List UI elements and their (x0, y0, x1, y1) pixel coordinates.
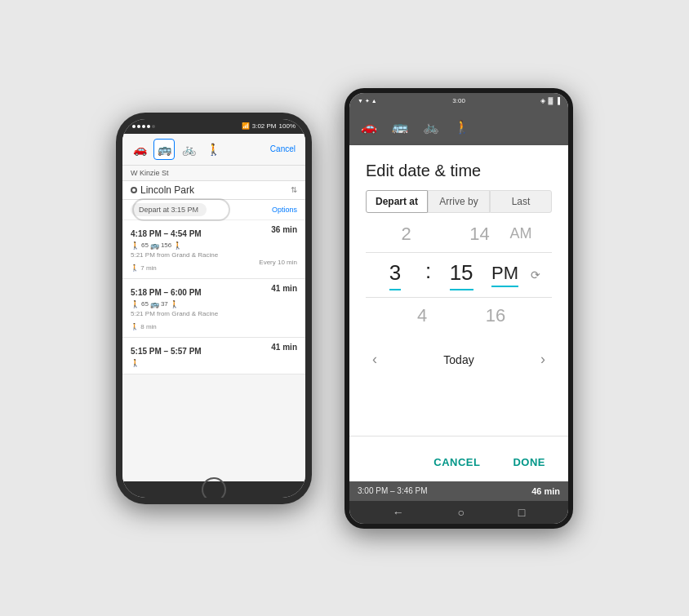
ios-origin-row: W Kinzie St (122, 166, 305, 181)
minute-below: 16 (486, 304, 505, 328)
minute-active[interactable]: 15 (450, 259, 473, 290)
ios-cancel-button[interactable]: Cancel (267, 143, 299, 155)
date-prev-button[interactable]: ‹ (366, 348, 384, 371)
time-picker-bottom-line (366, 297, 552, 298)
android-modal: Edit date & time Depart at Arrive by Las… (349, 145, 568, 481)
ios-result-item[interactable]: 5:15 PM – 5:57 PM 41 min 🚶 (122, 338, 305, 374)
ios-result-time-3: 5:15 PM – 5:57 PM (131, 347, 202, 356)
ios-result-duration-1: 36 min (271, 225, 297, 234)
ios-notch: 📶 3:02 PM 100% (122, 119, 305, 134)
modal-tab-group: Depart at Arrive by Last (349, 190, 568, 223)
ios-result-sub-1: 5:21 PM from Grand & Racine (131, 251, 297, 259)
date-nav: ‹ Today › (366, 341, 552, 378)
android-recents-button[interactable]: □ (518, 506, 525, 519)
minute-above: 14 (469, 223, 489, 246)
ios-result-item[interactable]: 5:18 PM – 6:00 PM 41 min 🚶 65 🚌 37 🚶 5:2… (122, 279, 305, 338)
ios-time: 3:02 PM (252, 122, 277, 130)
modal-tab-arrive[interactable]: Arrive by (428, 190, 490, 213)
modal-cancel-button[interactable]: Cancel (420, 450, 493, 475)
android-tab-walk[interactable]: 🚶 (449, 114, 475, 140)
modal-tab-depart[interactable]: Depart at (366, 190, 428, 213)
ios-origin-text: W Kinzie St (131, 169, 169, 177)
ios-home-indicator (122, 481, 305, 498)
android-home-button[interactable]: ○ (458, 506, 465, 519)
ios-result-walk-1: 🚶 7 min (131, 264, 157, 272)
scene: 📶 3:02 PM 100% 🚗 🚌 🚲 🚶 Cancel W Kinzie S… (0, 0, 689, 616)
android-tab-bike[interactable]: 🚲 (418, 114, 444, 140)
android-status-bar: ▼ ✦ ▲ 3:00 ◈ ▓ ▐ (349, 93, 568, 109)
android-phone: ▼ ✦ ▲ 3:00 ◈ ▓ ▐ 🚗 🚌 🚲 🚶 Edit date & tim… (344, 88, 573, 529)
ios-dest-row: Lincoln Park ⇅ (122, 181, 305, 200)
time-picker: 2 14 AM 3 (349, 223, 568, 429)
time-picker-row-below: 4 16 (366, 304, 552, 328)
ios-nav: 🚗 🚌 🚲 🚶 Cancel (122, 134, 305, 166)
ios-result-icons-3: 🚶 (131, 359, 297, 367)
android-duration: 46 min (531, 486, 560, 496)
ios-result-sub-2: 5:21 PM from Grand & Racine (131, 310, 297, 317)
ios-tab-bike[interactable]: 🚲 (178, 139, 199, 160)
hour-below: 4 (417, 304, 427, 328)
ios-depart-label: Depart at 3:15 PM (139, 206, 198, 214)
ios-dest-text: Lincoln Park (140, 184, 194, 196)
ios-swap-icon[interactable]: ⇅ (291, 185, 297, 194)
modal-done-button[interactable]: Done (500, 450, 558, 475)
android-time: 3:00 (452, 97, 465, 104)
time-picker-top-line (366, 252, 552, 253)
android-status-icons-left: ▼ ✦ ▲ (358, 98, 377, 104)
ios-phone: 📶 3:02 PM 100% 🚗 🚌 🚲 🚶 Cancel W Kinzie S… (116, 113, 312, 504)
android-time-range: 3:00 PM – 3:46 PM (358, 486, 428, 495)
date-next-button[interactable]: › (534, 348, 552, 371)
android-status-icons-right: ◈ ▓ ▐ (540, 97, 560, 104)
ampm-above: AM (510, 225, 532, 242)
ios-dest-circle (131, 187, 137, 193)
ios-result-time-1: 4:18 PM – 4:54 PM (131, 229, 202, 238)
android-mode-nav: 🚗 🚌 🚲 🚶 (349, 109, 568, 145)
android-tab-transit[interactable]: 🚌 (387, 114, 413, 140)
ios-tab-walk[interactable]: 🚶 (202, 139, 224, 160)
ios-battery: 100% (279, 122, 296, 130)
hour-active[interactable]: 3 (389, 259, 401, 290)
date-label: Today (443, 353, 473, 366)
time-separator: : (425, 259, 431, 284)
ios-tab-transit[interactable]: 🚌 (153, 139, 175, 160)
time-picker-row-above: 2 14 AM (366, 223, 552, 246)
ios-result-time-2: 5:18 PM – 6:00 PM (131, 288, 202, 297)
android-nav-buttons: ← ○ □ (349, 501, 568, 524)
ios-result-duration-2: 41 min (271, 284, 297, 293)
ios-result-duration-3: 41 min (271, 343, 297, 352)
android-location-icon: ◈ (540, 97, 545, 104)
android-wifi-icon: ▓ (548, 97, 553, 104)
ios-mode-tabs: 🚗 🚌 🚲 🚶 (129, 139, 264, 160)
ios-result-icons-1: 🚶 65 🚌 156 🚶 (131, 242, 297, 250)
ios-depart-pill[interactable]: Depart at 3:15 PM (131, 203, 207, 216)
ampm-active[interactable]: PM (491, 263, 518, 287)
time-picker-row-active: 3 : 15 PM ⟳ (366, 259, 552, 290)
modal-actions: Cancel Done (349, 443, 568, 481)
ios-result-item[interactable]: 4:18 PM – 4:54 PM 36 min 🚶 65 🚌 156 🚶 5:… (122, 220, 305, 279)
ios-results: 4:18 PM – 4:54 PM 36 min 🚶 65 🚌 156 🚶 5:… (122, 220, 305, 481)
android-tab-drive[interactable]: 🚗 (356, 114, 382, 140)
ios-result-walk-2: 🚶 8 min (131, 323, 157, 330)
ios-signal-dots (132, 125, 155, 128)
clock-icon: ⟳ (528, 268, 543, 282)
modal-bottom-divider (349, 436, 568, 437)
modal-tab-last[interactable]: Last (490, 190, 552, 213)
ios-wifi-icon: 📶 (242, 122, 250, 130)
ios-depart-bubble: Depart at 3:15 PM Options (122, 200, 305, 220)
android-bottom-bar: 3:00 PM – 3:46 PM 46 min (349, 481, 568, 501)
ios-result-freq-1: Every 10 min (259, 259, 297, 266)
ios-result-icons-2: 🚶 65 🚌 37 🚶 (131, 300, 297, 308)
ios-status-right: 📶 3:02 PM 100% (242, 122, 296, 130)
ios-tab-drive[interactable]: 🚗 (129, 139, 150, 160)
hour-above: 2 (401, 223, 411, 246)
ios-options-button[interactable]: Options (272, 206, 297, 214)
android-back-button[interactable]: ← (393, 506, 404, 519)
android-battery-icon: ▐ (555, 97, 560, 104)
modal-title: Edit date & time (349, 145, 568, 190)
